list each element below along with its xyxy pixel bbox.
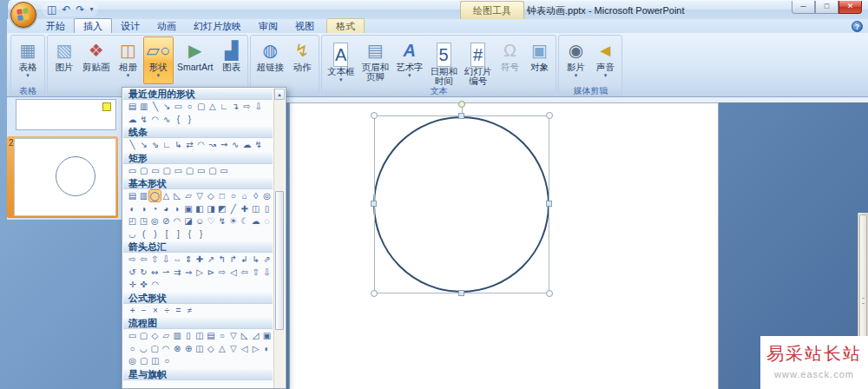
shape-icon[interactable]: ╲	[149, 101, 161, 112]
shape-icon[interactable]: ♡	[205, 215, 216, 227]
shape-icon[interactable]: ⇩	[261, 267, 273, 278]
shape-icon[interactable]: ○	[227, 190, 239, 201]
selection-handle-bottom-middle[interactable]	[458, 290, 464, 296]
shape-icon[interactable]: ◫	[194, 343, 206, 354]
shape-icon[interactable]: ▭	[127, 330, 138, 341]
shape-icon[interactable]: ⇦	[138, 254, 149, 265]
shape-icon[interactable]: ◨	[205, 203, 216, 214]
shape-icon[interactable]: ◁	[227, 267, 239, 278]
shape-icon[interactable]: ▤	[127, 190, 138, 201]
shape-icon[interactable]: ↘	[138, 139, 149, 150]
ribbon-button-剪贴画[interactable]: ❖剪贴画	[79, 36, 114, 84]
rotation-handle[interactable]	[458, 101, 465, 108]
ribbon-button-幻灯片编号[interactable]: #幻灯片 编号	[461, 36, 496, 84]
shape-icon[interactable]: ↱	[227, 254, 239, 265]
shape-icon[interactable]: ⊳	[205, 267, 216, 278]
shape-icon[interactable]: ◇	[205, 343, 216, 354]
shape-icon[interactable]: ⇨	[241, 101, 253, 112]
shape-icon[interactable]: ▽	[194, 190, 206, 201]
shape-icon[interactable]: ○	[216, 330, 227, 341]
shape-icon[interactable]: ◪	[183, 215, 194, 227]
shape-icon[interactable]: ▭	[219, 165, 230, 176]
shape-icon[interactable]: ◰	[127, 215, 138, 227]
shape-icon[interactable]: ☁	[250, 215, 261, 227]
slide-1-thumbnail[interactable]	[16, 99, 116, 130]
shape-icon[interactable]: ▱	[183, 190, 194, 201]
shape-icon[interactable]: ↴	[230, 101, 241, 112]
shape-icon[interactable]: ◐	[127, 203, 138, 214]
shape-icon[interactable]: ◁	[239, 343, 250, 354]
minimize-button[interactable]: ─	[792, 1, 815, 14]
shape-icon[interactable]: ◠	[149, 114, 161, 125]
shape-icon[interactable]: ◠	[172, 215, 183, 227]
shape-icon[interactable]: △	[216, 343, 227, 354]
shape-icon[interactable]: ▷	[194, 267, 206, 278]
shape-icon[interactable]: ╱	[227, 203, 239, 214]
shape-icon[interactable]: ∟	[161, 139, 173, 150]
shape-icon[interactable]: ▭	[195, 165, 207, 176]
shape-icon[interactable]: ↯	[253, 139, 264, 150]
shapes-menu-scrollbar[interactable]: ▲	[273, 89, 285, 388]
shape-icon[interactable]: ◡	[138, 343, 149, 354]
help-icon[interactable]: ?	[852, 21, 863, 32]
ribbon-button-页眉和页脚[interactable]: ▤页眉和 页脚	[358, 36, 392, 84]
shape-icon[interactable]: ⇨	[216, 267, 227, 278]
tab-幻灯片放映[interactable]: 幻灯片放映	[185, 19, 250, 33]
shape-icon[interactable]: ◳	[138, 215, 149, 227]
shape-icon[interactable]: ▱	[161, 330, 172, 341]
shape-icon[interactable]: ✚	[194, 254, 206, 265]
shape-icon[interactable]: ◑	[138, 203, 149, 214]
shape-icon[interactable]: ☺	[194, 215, 206, 227]
shape-icon[interactable]: ⇘	[149, 139, 161, 150]
shape-icon[interactable]: ○	[184, 101, 195, 112]
shape-icon[interactable]: ▭	[149, 165, 161, 176]
shape-icon[interactable]: ⇦	[239, 267, 250, 278]
ribbon-button-文本框[interactable]: A文本框▾	[324, 36, 358, 84]
shape-icon[interactable]: +	[127, 305, 138, 316]
shape-icon[interactable]: ◇	[149, 330, 161, 341]
shape-icon[interactable]: ▢	[195, 101, 207, 112]
shape-icon[interactable]: (	[138, 228, 149, 240]
ribbon-button-SmartArt[interactable]: ▶SmartArt	[174, 36, 216, 84]
shape-icon[interactable]: ▣	[183, 203, 194, 214]
shape-icon[interactable]: ▢	[138, 355, 149, 366]
shape-icon[interactable]: ▤	[127, 101, 138, 112]
shape-icon[interactable]: ▽	[227, 343, 239, 354]
shape-icon[interactable]: ↲	[239, 254, 250, 265]
shape-icon[interactable]: ▭	[173, 101, 184, 112]
tab-设计[interactable]: 设计	[112, 19, 148, 33]
shape-icon[interactable]: ÷	[161, 305, 173, 316]
shape-icon[interactable]: ◫	[250, 203, 261, 214]
ribbon-button-超链接[interactable]: ◍超链接	[253, 36, 287, 84]
maximize-button[interactable]: □	[815, 1, 838, 14]
office-button[interactable]	[10, 2, 36, 28]
ribbon-button-图片[interactable]: ▧图片	[49, 36, 79, 84]
shape-icon[interactable]: }	[195, 228, 207, 240]
shape-icon[interactable]: △	[161, 190, 172, 201]
selection-handle-bottom-right[interactable]	[546, 290, 553, 297]
shape-icon[interactable]: ]	[173, 228, 184, 240]
shape-icon[interactable]: ▢	[149, 343, 161, 354]
shape-icon[interactable]: ○	[161, 355, 173, 366]
shape-icon[interactable]: ◎	[261, 190, 273, 201]
shape-icon[interactable]: ⇨	[127, 254, 138, 265]
shape-icon[interactable]: ◕	[161, 203, 172, 214]
shape-icon[interactable]: ▭	[127, 165, 138, 176]
ribbon-button-图表[interactable]: ▟图表	[216, 36, 246, 84]
shape-icon[interactable]: ↺	[127, 267, 138, 278]
shape-icon[interactable]: ↰	[216, 254, 227, 265]
shape-icon[interactable]: ⌂	[239, 190, 250, 201]
shape-icon[interactable]: ◠	[149, 279, 161, 290]
shape-icon[interactable]: }	[184, 114, 195, 125]
shape-icon[interactable]: ↗	[205, 254, 216, 265]
shape-icon[interactable]: ◐	[261, 343, 273, 354]
shape-icon[interactable]: ◫	[194, 330, 206, 341]
shape-icon[interactable]: [	[161, 228, 173, 240]
shape-icon[interactable]: ▢	[184, 165, 195, 176]
shape-icon[interactable]: ↳	[250, 254, 261, 265]
ribbon-button-形状[interactable]: ▱○形状▾	[143, 36, 174, 84]
shape-icon[interactable]: □	[216, 190, 227, 201]
close-button[interactable]: ✕	[838, 1, 862, 14]
shape-icon[interactable]: ↻	[138, 267, 149, 278]
shape-icon[interactable]: ☾	[239, 215, 250, 227]
